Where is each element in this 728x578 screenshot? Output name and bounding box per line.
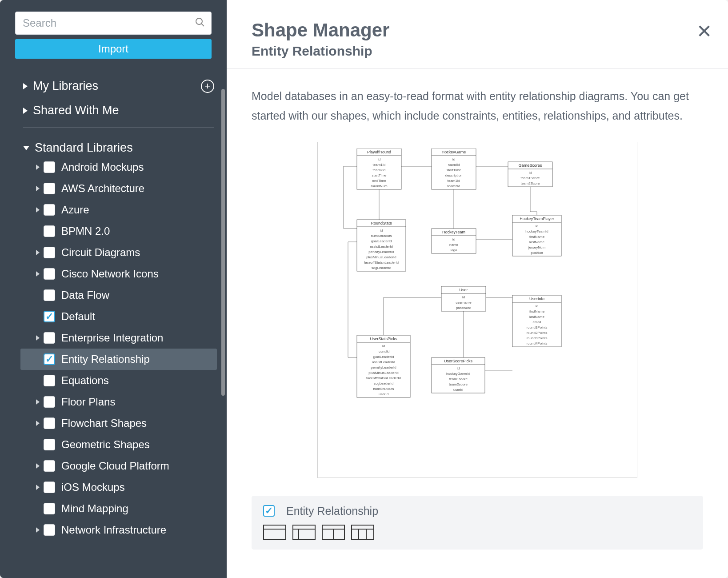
svg-text:email: email (532, 320, 541, 324)
library-item[interactable]: iOS Mockups (20, 477, 217, 498)
caret-right-icon (36, 250, 40, 255)
library-label: AWS Architecture (61, 182, 144, 195)
svg-text:team1score: team1score (449, 377, 468, 381)
entity-shape-icon[interactable] (322, 525, 345, 540)
shape-set-checkbox[interactable]: ✓ (263, 505, 275, 517)
sidebar: Import My Libraries + Shared With Me (0, 0, 227, 578)
caret-right-icon (36, 399, 40, 405)
caret-right-icon (36, 271, 40, 277)
import-button[interactable]: Import (15, 39, 212, 59)
library-checkbox[interactable] (44, 161, 55, 173)
svg-text:position: position (531, 251, 543, 255)
library-label: BPMN 2.0 (61, 225, 110, 237)
svg-text:firstName: firstName (529, 309, 545, 313)
library-checkbox[interactable] (44, 268, 55, 280)
svg-text:id: id (452, 157, 455, 161)
library-checkbox[interactable] (44, 503, 55, 514)
library-checkbox[interactable] (44, 225, 55, 237)
shape-set-label: Entity Relationship (286, 505, 378, 518)
library-checkbox[interactable] (44, 482, 55, 493)
svg-text:id: id (382, 344, 385, 348)
library-item[interactable]: Mind Mapping (20, 498, 217, 519)
svg-text:UserScorePicks: UserScorePicks (444, 359, 473, 363)
library-checkbox[interactable] (44, 439, 55, 450)
library-checkbox[interactable] (44, 183, 55, 194)
library-checkbox[interactable] (44, 396, 55, 408)
svg-text:lastName: lastName (529, 315, 544, 319)
section-label: Standard Libraries (35, 141, 133, 155)
main-panel: Shape Manager Entity Relationship ✕ Mode… (227, 0, 728, 578)
library-item[interactable]: Floor Plans (20, 391, 217, 413)
library-label: Equations (61, 374, 109, 387)
svg-text:firstName: firstName (529, 235, 545, 239)
svg-rect-100 (293, 525, 315, 539)
scrollbar-thumb[interactable] (221, 89, 225, 396)
library-item[interactable]: ✓Default (20, 306, 217, 327)
library-label: Entity Relationship (61, 353, 150, 365)
library-item[interactable]: Geometric Shapes (20, 434, 217, 455)
library-checkbox[interactable] (44, 524, 55, 536)
library-item[interactable]: Azure (20, 199, 217, 221)
svg-text:round4Points: round4Points (526, 341, 547, 345)
library-label: Google Cloud Platform (61, 460, 169, 472)
library-label: Circuit Diagrams (61, 246, 140, 259)
page-subtitle: Entity Relationship (252, 44, 703, 59)
library-item[interactable]: Network Infrastructure (20, 519, 217, 541)
svg-text:PlayoffRound: PlayoffRound (367, 150, 391, 154)
svg-text:faceoffStatsnLeaderId: faceoffStatsnLeaderId (364, 261, 399, 265)
library-item[interactable]: Equations (20, 370, 217, 391)
caret-right-icon (36, 485, 40, 490)
library-item[interactable]: Google Cloud Platform (20, 455, 217, 477)
library-label: Data Flow (61, 289, 109, 301)
library-checkbox[interactable] (44, 247, 55, 258)
close-icon[interactable]: ✕ (696, 20, 712, 42)
library-checkbox[interactable] (44, 289, 55, 301)
entity-shape-icon[interactable] (292, 525, 316, 540)
entity-shape-icon[interactable] (263, 525, 286, 540)
library-item[interactable]: Flowchart Shapes (20, 413, 217, 434)
library-item[interactable]: AWS Architecture (20, 178, 217, 199)
svg-text:id: id (536, 304, 538, 308)
caret-right-icon (23, 108, 28, 114)
svg-text:roundId: roundId (377, 349, 389, 353)
library-checkbox[interactable]: ✓ (44, 311, 55, 322)
library-label: Android Mockups (61, 161, 144, 173)
search-input[interactable] (15, 12, 212, 35)
caret-right-icon (36, 335, 40, 341)
search-icon (195, 17, 205, 29)
library-checkbox[interactable] (44, 460, 55, 472)
standard-libraries-section[interactable]: Standard Libraries (20, 136, 217, 157)
library-item[interactable]: BPMN 2.0 (20, 221, 217, 242)
entity-shape-icon[interactable] (351, 525, 374, 540)
my-libraries-section[interactable]: My Libraries + (20, 74, 217, 98)
library-checkbox[interactable] (44, 204, 55, 216)
library-checkbox[interactable]: ✓ (44, 353, 55, 365)
library-label: Floor Plans (61, 396, 115, 408)
library-item[interactable]: Cisco Network Icons (20, 263, 217, 285)
library-label: Azure (61, 204, 89, 216)
library-label: Cisco Network Icons (61, 268, 159, 280)
svg-text:id: id (529, 171, 532, 175)
svg-text:penaltyLeaderId: penaltyLeaderId (371, 365, 396, 369)
svg-text:goalLeaderId: goalLeaderId (371, 239, 392, 243)
svg-text:round1Points: round1Points (526, 325, 547, 329)
svg-text:team2score: team2score (449, 382, 468, 386)
caret-right-icon (36, 186, 40, 191)
svg-text:roundId: roundId (448, 163, 460, 167)
library-checkbox[interactable] (44, 375, 55, 386)
caret-down-icon (23, 146, 29, 150)
library-item[interactable]: Data Flow (20, 285, 217, 306)
library-item[interactable]: Enterprise Integration (20, 327, 217, 349)
library-item[interactable]: Android Mockups (20, 157, 217, 178)
library-checkbox[interactable] (44, 332, 55, 344)
add-library-icon[interactable]: + (201, 80, 214, 93)
shared-section[interactable]: Shared With Me (20, 98, 217, 123)
shape-set-panel: ✓ Entity Relationship (252, 496, 703, 550)
library-checkbox[interactable] (44, 417, 55, 429)
svg-rect-106 (352, 525, 374, 539)
svg-text:startTime: startTime (372, 173, 387, 177)
svg-line-1 (201, 24, 204, 26)
svg-text:HockeyGame: HockeyGame (442, 150, 466, 154)
library-item[interactable]: ✓Entity Relationship (20, 349, 217, 370)
library-item[interactable]: Circuit Diagrams (20, 242, 217, 263)
